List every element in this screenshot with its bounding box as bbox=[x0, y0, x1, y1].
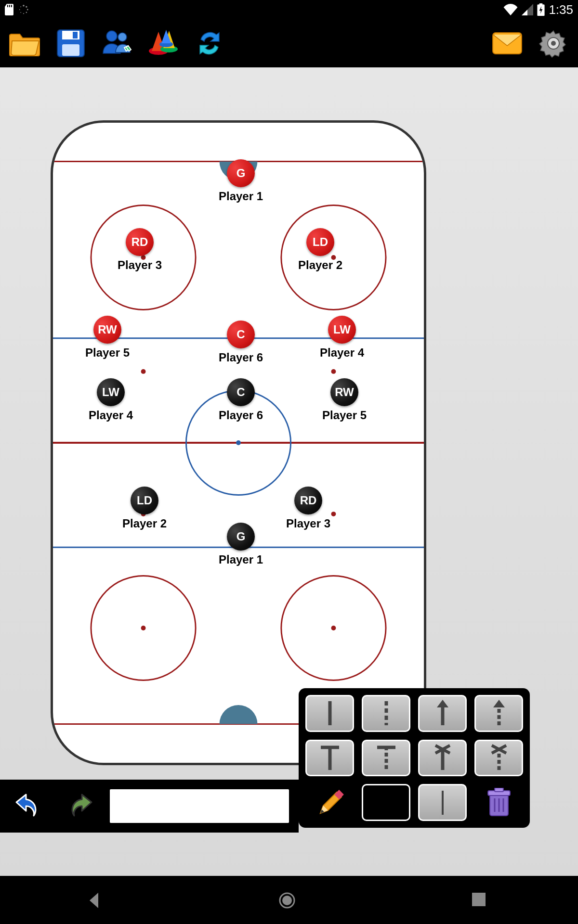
svg-rect-2 bbox=[11, 5, 12, 7]
nav-home-button[interactable] bbox=[277, 891, 301, 914]
sync-button[interactable] bbox=[193, 26, 226, 60]
svg-point-5 bbox=[27, 9, 28, 11]
player-label: Player 4 bbox=[89, 409, 133, 422]
save-button[interactable] bbox=[54, 26, 88, 60]
svg-point-7 bbox=[23, 13, 24, 14]
svg-point-8 bbox=[20, 12, 21, 13]
players-button[interactable] bbox=[100, 26, 134, 60]
canvas-area[interactable]: GPlayer 1RDPlayer 3LDPlayer 2RWPlayer 5C… bbox=[0, 67, 578, 876]
tool-arrow-solid[interactable] bbox=[418, 695, 467, 732]
nav-back-button[interactable] bbox=[85, 891, 108, 914]
player-label: Player 6 bbox=[219, 351, 263, 364]
player-label: Player 3 bbox=[286, 517, 330, 530]
player-label: Player 2 bbox=[122, 517, 167, 530]
svg-rect-16 bbox=[62, 44, 79, 56]
player-token-black-rd[interactable]: RD bbox=[294, 487, 322, 514]
nav-recent-button[interactable] bbox=[470, 891, 493, 914]
tool-arrow-solid-x[interactable] bbox=[418, 740, 467, 777]
rink-markings bbox=[53, 123, 424, 763]
open-button[interactable] bbox=[8, 26, 41, 60]
svg-rect-68 bbox=[472, 893, 486, 906]
svg-point-18 bbox=[118, 33, 127, 41]
battery-charging-icon bbox=[537, 3, 545, 16]
player-label: Player 1 bbox=[219, 190, 263, 203]
svg-point-31 bbox=[236, 440, 241, 445]
player-token-black-c[interactable]: C bbox=[227, 378, 255, 406]
player-label: Player 5 bbox=[322, 409, 367, 422]
svg-point-6 bbox=[26, 12, 27, 13]
mail-button[interactable] bbox=[490, 26, 524, 60]
tool-trash[interactable] bbox=[474, 784, 523, 821]
svg-rect-15 bbox=[73, 32, 78, 38]
svg-point-17 bbox=[106, 31, 117, 41]
player-label: Player 3 bbox=[118, 258, 162, 272]
player-token-black-lw[interactable]: LW bbox=[97, 378, 125, 406]
android-nav-bar bbox=[0, 881, 578, 924]
svg-rect-12 bbox=[539, 3, 543, 5]
player-label: Player 4 bbox=[320, 346, 364, 359]
svg-point-3 bbox=[23, 5, 25, 7]
status-time: 1:35 bbox=[549, 2, 573, 17]
drawing-tool-panel bbox=[299, 688, 530, 828]
svg-point-37 bbox=[141, 626, 146, 630]
bottom-edit-bar bbox=[0, 780, 299, 833]
svg-point-10 bbox=[20, 6, 21, 7]
player-token-black-ld[interactable]: LD bbox=[131, 487, 158, 514]
android-status-bar: 1:35 bbox=[0, 0, 578, 19]
tool-thin-line[interactable] bbox=[418, 784, 467, 821]
svg-point-40 bbox=[141, 369, 146, 374]
settings-button[interactable] bbox=[537, 26, 570, 60]
svg-point-41 bbox=[331, 369, 336, 374]
tool-arrow-dashed[interactable] bbox=[474, 695, 523, 732]
player-label: Player 6 bbox=[219, 409, 263, 422]
tool-pencil[interactable] bbox=[305, 784, 354, 821]
player-token-red-rw[interactable]: RW bbox=[93, 316, 121, 344]
tool-rect[interactable] bbox=[362, 784, 410, 821]
tool-arrow-dashed-x[interactable] bbox=[474, 740, 523, 777]
player-label: Player 1 bbox=[219, 553, 263, 566]
player-label: Player 2 bbox=[298, 258, 342, 272]
sd-card-icon bbox=[5, 4, 14, 15]
undo-button[interactable] bbox=[10, 787, 48, 825]
player-label: Player 5 bbox=[85, 346, 130, 359]
hockey-rink[interactable]: GPlayer 1RDPlayer 3LDPlayer 2RWPlayer 5C… bbox=[51, 120, 426, 765]
tool-line-dashed-t[interactable] bbox=[362, 740, 410, 777]
svg-rect-62 bbox=[495, 788, 503, 792]
player-token-red-lw[interactable]: LW bbox=[328, 316, 356, 344]
player-token-black-g[interactable]: G bbox=[227, 523, 255, 551]
svg-point-43 bbox=[331, 512, 336, 516]
player-token-red-rd[interactable]: RD bbox=[126, 228, 154, 256]
player-token-red-ld[interactable]: LD bbox=[306, 228, 334, 256]
cell-signal-icon bbox=[522, 4, 533, 15]
tool-line-solid-t[interactable] bbox=[305, 740, 354, 777]
top-toolbar bbox=[0, 19, 578, 67]
player-token-red-c[interactable]: C bbox=[227, 321, 255, 348]
player-token-black-rw[interactable]: RW bbox=[330, 378, 358, 406]
tool-line-solid[interactable] bbox=[305, 695, 354, 732]
svg-point-24 bbox=[551, 41, 556, 46]
spinner-icon bbox=[18, 4, 29, 15]
tool-line-dashed[interactable] bbox=[362, 695, 410, 732]
wifi-icon bbox=[503, 4, 518, 15]
cones-button[interactable] bbox=[146, 26, 180, 60]
svg-point-4 bbox=[26, 6, 27, 7]
svg-point-39 bbox=[331, 626, 336, 630]
player-token-red-g[interactable]: G bbox=[227, 159, 255, 187]
svg-point-67 bbox=[282, 896, 292, 905]
svg-rect-1 bbox=[9, 5, 10, 7]
text-input[interactable] bbox=[110, 789, 289, 823]
redo-button[interactable] bbox=[60, 787, 98, 825]
svg-rect-0 bbox=[7, 5, 8, 7]
svg-point-9 bbox=[19, 9, 20, 10]
